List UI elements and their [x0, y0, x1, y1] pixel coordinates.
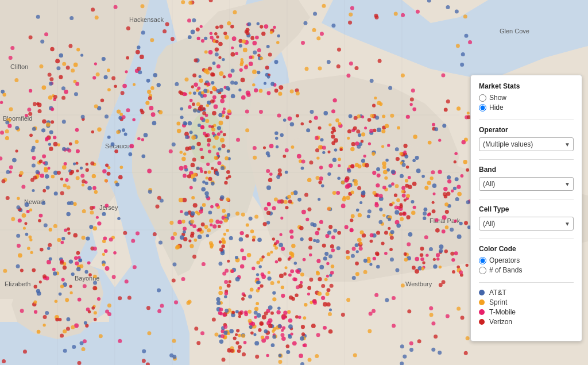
color-code-operators-radio[interactable]: [479, 257, 486, 264]
legend-item-att: AT&T: [479, 289, 574, 297]
operator-select-wrapper: (Multiple values) (All) AT&T Sprint T-Mo…: [479, 137, 574, 151]
svg-point-1: [189, 112, 224, 164]
legend-label-att: AT&T: [489, 289, 506, 297]
legend-item-verizon: Verizon: [479, 318, 574, 326]
color-code-label: Color Code: [479, 245, 574, 253]
cell-type-label: Cell Type: [479, 205, 574, 213]
operator-label: Operator: [479, 126, 574, 134]
color-code-operators-option[interactable]: Operators: [479, 256, 574, 264]
band-label: Band: [479, 166, 574, 174]
color-code-section: Color Code Operators # of Bands: [479, 245, 574, 274]
band-section: Band (All) 700 MHz 850 MHz 1900 MHz AWS …: [479, 166, 574, 191]
market-stats-hide-option[interactable]: Hide: [479, 103, 574, 112]
color-code-operators-label: Operators: [489, 256, 520, 264]
market-stats-show-radio[interactable]: [479, 94, 486, 102]
band-select-wrapper: (All) 700 MHz 850 MHz 1900 MHz AWS ▼: [479, 177, 574, 191]
market-stats-section: Market Stats Show Hide: [479, 82, 574, 112]
band-select[interactable]: (All) 700 MHz 850 MHz 1900 MHz AWS: [479, 177, 574, 191]
legend-label-verizon: Verizon: [489, 318, 512, 326]
legend-section: AT&T Sprint T-Mobile Verizon: [479, 289, 574, 326]
market-stats-label: Market Stats: [479, 82, 574, 90]
market-stats-show-label: Show: [489, 94, 506, 102]
cell-type-section: Cell Type (All) Macro Small Cell DAS ▼: [479, 205, 574, 230]
cell-type-select[interactable]: (All) Macro Small Cell DAS: [479, 217, 574, 230]
legend-item-tmobile: T-Mobile: [479, 308, 574, 316]
legend-label-tmobile: T-Mobile: [489, 308, 516, 316]
legend-dot-sprint: [479, 299, 485, 305]
legend-dot-verizon: [479, 319, 485, 325]
color-code-bands-radio[interactable]: [479, 267, 486, 274]
color-code-bands-option[interactable]: # of Bands: [479, 266, 574, 274]
market-stats-hide-label: Hide: [489, 103, 504, 112]
cell-type-select-wrapper: (All) Macro Small Cell DAS ▼: [479, 217, 574, 230]
map-container[interactable]: Clifton Bloomfield Newark Bayonne Jersey…: [0, 0, 588, 365]
control-panel: Market Stats Show Hide Operator (Multipl…: [470, 75, 582, 341]
market-stats-show-option[interactable]: Show: [479, 94, 574, 102]
legend-dot-tmobile: [479, 309, 485, 315]
color-code-radio-group: Operators # of Bands: [479, 256, 574, 274]
market-stats-hide-radio[interactable]: [479, 104, 486, 112]
color-code-bands-label: # of Bands: [489, 266, 522, 274]
legend-item-sprint: Sprint: [479, 298, 574, 306]
legend-dot-att: [479, 290, 485, 295]
market-stats-radio-group: Show Hide: [479, 94, 574, 112]
operator-select[interactable]: (Multiple values) (All) AT&T Sprint T-Mo…: [479, 137, 574, 151]
legend-label-sprint: Sprint: [489, 298, 507, 306]
operator-section: Operator (Multiple values) (All) AT&T Sp…: [479, 126, 574, 151]
